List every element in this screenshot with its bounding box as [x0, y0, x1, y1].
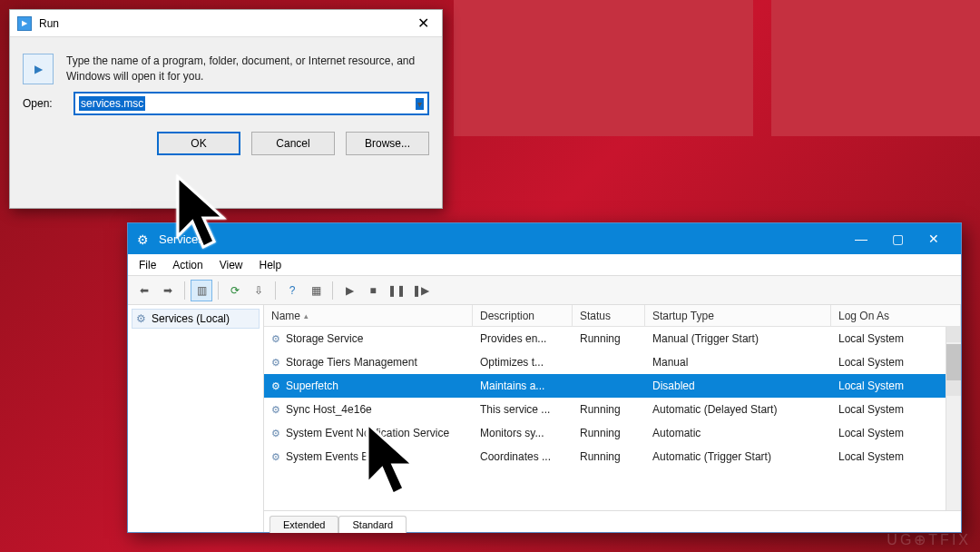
cell-startup: Disabled — [645, 380, 831, 392]
services-tabs: Extended Standard — [264, 510, 961, 532]
help-icon[interactable]: ? — [281, 280, 303, 301]
browse-button[interactable]: Browse... — [346, 132, 429, 155]
minimize-button[interactable]: — — [843, 232, 879, 246]
cell-startup: Automatic — [645, 427, 831, 439]
cell-name: System Events Broker — [264, 450, 473, 463]
run-instruction: Type the name of a program, folder, docu… — [66, 54, 429, 84]
export-icon[interactable]: ⇩ — [248, 280, 270, 301]
col-header-status[interactable]: Status — [573, 305, 645, 326]
cell-logon: Local System — [831, 332, 961, 345]
run-icon — [17, 16, 32, 31]
separator — [275, 281, 276, 300]
show-hide-tree-icon[interactable]: ▥ — [191, 280, 212, 301]
vertical-scrollbar[interactable] — [946, 327, 961, 510]
col-header-logon[interactable]: Log On As — [831, 305, 961, 326]
restart-service-icon[interactable]: ❚▶ — [409, 280, 431, 301]
cell-logon: Local System — [831, 403, 961, 416]
run-title-text: Run — [39, 17, 412, 30]
cell-description: Maintains a... — [473, 380, 573, 392]
open-value: services.msc — [79, 96, 145, 111]
cell-logon: Local System — [831, 356, 961, 369]
open-label: Open: — [23, 97, 63, 110]
watermark: UG⊕TFIX — [887, 531, 971, 548]
cell-name: Storage Service — [264, 332, 473, 345]
services-tree: Services (Local) — [128, 305, 264, 532]
run-dialog: Run ✕ Type the name of a program, folder… — [9, 9, 443, 209]
tab-standard[interactable]: Standard — [338, 516, 407, 533]
menu-action[interactable]: Action — [172, 259, 202, 271]
service-row[interactable]: Storage Tiers ManagementOptimizes t...Ma… — [264, 350, 961, 374]
start-service-icon[interactable]: ▶ — [338, 280, 360, 301]
cell-description: Monitors sy... — [473, 427, 573, 439]
services-rows: Storage ServiceProvides en...RunningManu… — [264, 327, 961, 468]
scroll-thumb[interactable] — [946, 344, 961, 380]
background-tile — [771, 0, 980, 136]
cell-name: System Event Notification Service — [264, 427, 473, 439]
refresh-icon[interactable]: ⟳ — [224, 280, 246, 301]
nav-back-icon[interactable]: ⬅ — [133, 280, 155, 301]
service-row[interactable]: Storage ServiceProvides en...RunningManu… — [264, 327, 961, 350]
stop-service-icon[interactable]: ■ — [362, 280, 384, 301]
services-toolbar: ⬅ ➡ ▥ ⟳ ⇩ ? ▦ ▶ ■ ❚❚ ❚▶ — [128, 276, 961, 305]
cell-description: Provides en... — [473, 332, 573, 345]
menu-view[interactable]: View — [220, 259, 243, 271]
cell-startup: Automatic (Delayed Start) — [645, 403, 831, 416]
services-column-headers: Name▴ Description Status Startup Type Lo… — [264, 305, 961, 327]
cell-status: Running — [573, 450, 645, 463]
tree-node-services-local[interactable]: Services (Local) — [132, 309, 260, 329]
run-titlebar[interactable]: Run ✕ — [10, 10, 442, 37]
separator — [184, 281, 185, 300]
cell-description: Coordinates ... — [473, 450, 573, 463]
cell-name: Superfetch — [264, 380, 473, 392]
cell-status: Running — [573, 403, 645, 416]
col-header-description[interactable]: Description — [473, 305, 573, 326]
background-tile — [454, 0, 753, 136]
cell-startup: Manual — [645, 356, 831, 369]
cancel-button[interactable]: Cancel — [251, 132, 335, 155]
menu-help[interactable]: Help — [260, 259, 282, 271]
cell-logon: Local System — [831, 427, 961, 439]
properties-icon[interactable]: ▦ — [305, 280, 327, 301]
close-button[interactable]: ✕ — [916, 232, 952, 246]
open-combobox[interactable]: services.msc ▾ — [74, 92, 429, 115]
service-row[interactable]: System Event Notification ServiceMonitor… — [264, 421, 961, 445]
run-big-icon — [23, 54, 54, 84]
services-titlebar[interactable]: Services — ▢ ✕ — [128, 223, 961, 254]
col-header-name[interactable]: Name▴ — [264, 305, 473, 326]
separator — [332, 281, 333, 300]
cell-name: Storage Tiers Management — [264, 356, 473, 369]
services-menubar: File Action View Help — [128, 254, 961, 276]
sort-asc-icon: ▴ — [304, 311, 309, 320]
tab-extended[interactable]: Extended — [270, 516, 338, 533]
cell-name: Sync Host_4e16e — [264, 403, 473, 416]
cell-logon: Local System — [831, 450, 961, 463]
close-icon[interactable]: ✕ — [412, 15, 435, 32]
services-window: Services — ▢ ✕ File Action View Help ⬅ ➡… — [127, 222, 962, 533]
tree-node-label: Services (Local) — [152, 312, 230, 325]
gear-icon — [137, 232, 152, 246]
services-list-pane: Name▴ Description Status Startup Type Lo… — [264, 305, 961, 532]
service-row[interactable]: Sync Host_4e16eThis service ...RunningAu… — [264, 398, 961, 421]
chevron-down-icon[interactable]: ▾ — [416, 98, 424, 110]
services-title: Services — [159, 232, 843, 246]
cell-logon: Local System — [831, 380, 961, 392]
pause-service-icon[interactable]: ❚❚ — [386, 280, 407, 301]
cell-startup: Automatic (Trigger Start) — [645, 450, 831, 463]
cell-startup: Manual (Trigger Start) — [645, 332, 831, 345]
service-row[interactable]: SuperfetchMaintains a...DisabledLocal Sy… — [264, 374, 961, 398]
cell-status: Running — [573, 332, 645, 345]
separator — [218, 281, 219, 300]
cell-description: This service ... — [473, 403, 573, 416]
menu-file[interactable]: File — [139, 259, 156, 271]
service-row[interactable]: System Events BrokerCoordinates ...Runni… — [264, 445, 961, 468]
nav-forward-icon[interactable]: ➡ — [157, 280, 179, 301]
col-header-startup[interactable]: Startup Type — [645, 305, 831, 326]
maximize-button[interactable]: ▢ — [879, 232, 916, 246]
cell-description: Optimizes t... — [473, 356, 573, 369]
ok-button[interactable]: OK — [157, 132, 240, 155]
cell-status: Running — [573, 427, 645, 439]
